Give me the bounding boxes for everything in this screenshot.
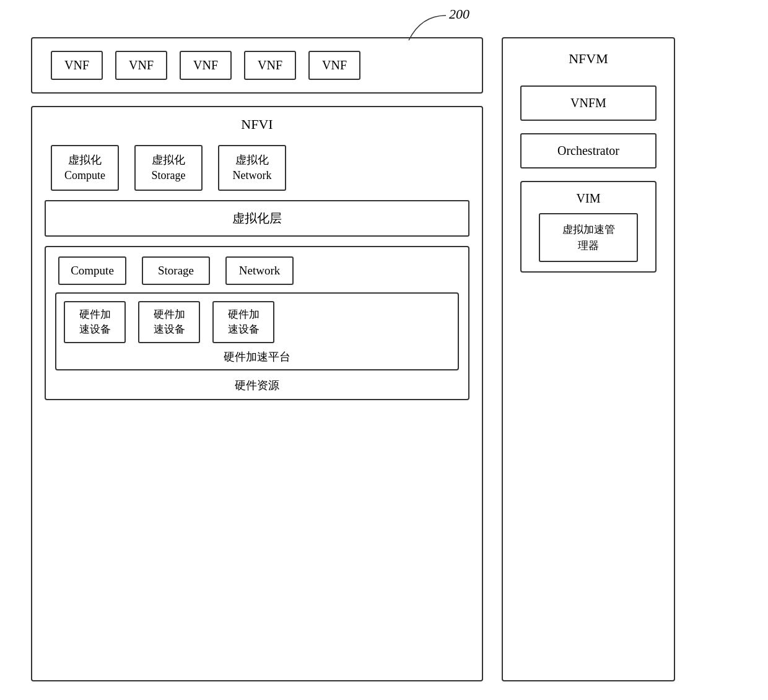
vim-title: VIM — [577, 191, 601, 206]
diagram-container: VNF VNF VNF VNF VNF NFVI 虚拟化 Compute 虚拟化… — [31, 37, 737, 681]
hw-accel-platform: 硬件加 速设备 硬件加 速设备 硬件加 速设备 硬件加速平台 — [55, 292, 459, 370]
virt-layer: 虚拟化层 — [45, 200, 469, 237]
vim-inner-box: 虚拟加速管理器 — [539, 213, 638, 262]
hw-accel-device-1: 硬件加 速设备 — [64, 301, 126, 343]
nfvm-title: NFVM — [569, 51, 608, 67]
right-panel: NFVM VNFM Orchestrator VIM 虚拟加速管理器 — [502, 37, 675, 681]
hw-accel-label: 硬件加速平台 — [64, 349, 450, 364]
hw-resource-row: Compute Storage Network — [55, 256, 459, 285]
hw-accel-device-2: 硬件加 速设备 — [138, 301, 200, 343]
hw-accel-device-3: 硬件加 速设备 — [212, 301, 274, 343]
nfvi-title: NFVI — [45, 116, 469, 133]
hw-network-box: Network — [225, 256, 294, 285]
vnf-box-5: VNF — [308, 51, 360, 80]
figure-number: 200 — [449, 9, 469, 22]
hw-resources-label: 硬件资源 — [55, 378, 459, 393]
vim-block: VIM 虚拟加速管理器 — [520, 181, 657, 273]
hw-storage-box: Storage — [142, 256, 210, 285]
hw-block: Compute Storage Network 硬件加 速设备 硬件加 速设备 — [45, 246, 469, 400]
virt-storage-box: 虚拟化 Storage — [134, 145, 203, 191]
vnf-box-3: VNF — [180, 51, 232, 80]
hw-compute-box: Compute — [58, 256, 126, 285]
vnf-box-1: VNF — [51, 51, 103, 80]
left-panel: VNF VNF VNF VNF VNF NFVI 虚拟化 Compute 虚拟化… — [31, 37, 483, 681]
virt-resources-row: 虚拟化 Compute 虚拟化 Storage 虚拟化 Network — [45, 145, 469, 191]
orchestrator-box: Orchestrator — [520, 133, 657, 168]
vnf-box-4: VNF — [244, 51, 296, 80]
vnf-box-2: VNF — [115, 51, 167, 80]
virt-compute-box: 虚拟化 Compute — [51, 145, 119, 191]
vnfm-box: VNFM — [520, 85, 657, 121]
nfvi-block: NFVI 虚拟化 Compute 虚拟化 Storage 虚拟化 Network… — [31, 106, 483, 681]
hw-accel-devices-row: 硬件加 速设备 硬件加 速设备 硬件加 速设备 — [64, 301, 450, 343]
vnf-row: VNF VNF VNF VNF VNF — [31, 37, 483, 94]
virt-network-box: 虚拟化 Network — [218, 145, 286, 191]
